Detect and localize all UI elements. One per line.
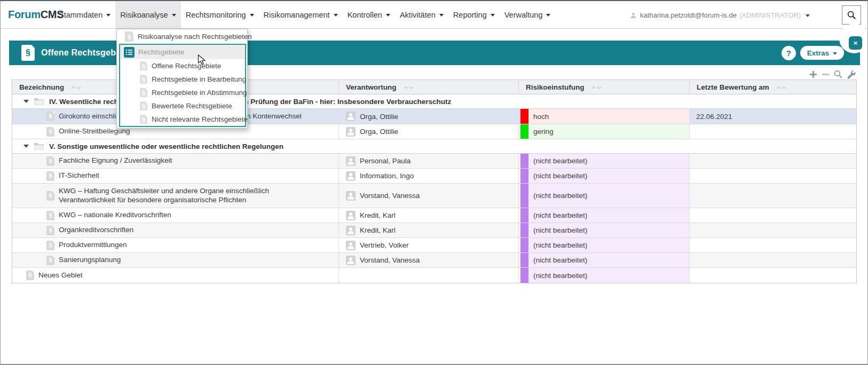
help-button[interactable]: ?	[782, 46, 796, 60]
person-icon	[346, 241, 356, 250]
app-window: ForumCMS Stammdaten Risikoanalyse Rechts…	[0, 0, 868, 365]
risk-label: (nicht bearbeitet)	[533, 172, 587, 180]
paragraph-icon	[46, 112, 54, 121]
folder-icon	[34, 97, 44, 106]
chevron-down-icon	[546, 14, 550, 17]
risikoanalyse-dropdown: Risikoanalyse nach Rechtsgebieten Rechts…	[116, 29, 248, 129]
risk-cell: (nicht bearbeitet)	[520, 223, 689, 237]
chevron-down-icon	[334, 14, 338, 17]
sort-icons[interactable]	[776, 85, 787, 90]
risk-label: gering	[533, 128, 554, 136]
mouse-cursor	[198, 54, 208, 66]
paragraph-icon	[46, 127, 54, 137]
cell-verantwortung: Personal, Paula	[360, 157, 411, 165]
person-icon	[346, 171, 356, 181]
cell-bezeichnung: Organkreditvorschriften	[59, 226, 133, 235]
risk-label: hoch	[533, 113, 549, 121]
collapse-triangle-icon[interactable]	[23, 100, 29, 103]
person-icon	[346, 191, 356, 201]
extras-button[interactable]: Extras	[800, 46, 844, 60]
sort-icons[interactable]	[591, 85, 603, 90]
menu-item-reporting[interactable]: Reporting	[448, 1, 500, 28]
risk-cell: hoch	[520, 109, 689, 124]
table-row[interactable]: Organkreditvorschriften Kredit, Karl (ni…	[12, 223, 856, 238]
paragraph-icon	[46, 171, 54, 181]
close-panel-button[interactable]: ×	[849, 36, 862, 50]
paragraph-icon	[140, 115, 147, 124]
risk-cell: gering	[520, 124, 689, 139]
table-row[interactable]: Produktvermittlungen Vertrieb, Volker (n…	[12, 238, 856, 253]
cell-verantwortung: Vorstand, Vanessa	[360, 192, 420, 200]
menubar: ForumCMS Stammdaten Risikoanalyse Rechts…	[1, 1, 867, 29]
menu-item-stammdaten[interactable]: Stammdaten	[54, 1, 115, 28]
chevron-down-icon	[386, 14, 390, 17]
group-label: V. Sonstige unwesentliche oder wesentlic…	[49, 142, 283, 150]
settings-wrench-icon[interactable]	[846, 69, 856, 79]
dropdown-item-rechtsgebiete[interactable]: Rechtsgebiete	[120, 45, 245, 59]
cell-date: 22.06.2021	[696, 113, 732, 121]
dropdown-item-risikoanalyse-nach-rechtsgebieten[interactable]: Risikoanalyse nach Rechtsgebieten	[117, 29, 247, 44]
table-row[interactable]: KWG – nationale Kreditvorschriften Kredi…	[12, 208, 856, 223]
risk-color-bar	[520, 253, 528, 267]
cell-verantwortung: Orga, Ottilie	[360, 128, 398, 136]
risk-cell: (nicht bearbeitet)	[520, 268, 689, 283]
person-icon	[346, 256, 356, 265]
paragraph-icon	[46, 256, 54, 265]
table-row[interactable]: Fachliche Eignung / Zuverlässigkeit Pers…	[12, 154, 856, 169]
cell-bezeichnung: KWG – Haftung Geschäftsleiter und andere…	[59, 187, 301, 205]
dropdown-item-bewertete-rechtsgebiete[interactable]: Bewertete Rechtsgebiete	[120, 99, 245, 113]
chevron-down-icon	[439, 14, 444, 17]
cell-bezeichnung: KWG – nationale Kreditvorschriften	[59, 211, 171, 220]
paragraph-icon	[26, 271, 34, 280]
collapse-triangle-icon[interactable]	[23, 145, 29, 148]
collapse-all-icon[interactable]	[821, 70, 830, 79]
table-group-row[interactable]: V. Sonstige unwesentliche oder wesentlic…	[12, 139, 856, 154]
expand-all-icon[interactable]	[809, 70, 818, 79]
dropdown-item-offene-rechtsgebiete[interactable]: Offene Rechtsgebiete	[120, 59, 245, 73]
risk-cell: (nicht bearbeitet)	[520, 208, 689, 223]
menu-item-kontrollen[interactable]: Kontrollen	[343, 1, 395, 28]
person-icon	[346, 156, 356, 166]
paragraph-icon	[46, 241, 54, 250]
cell-verantwortung: Vorstand, Vanessa	[360, 256, 420, 264]
risk-label: (nicht bearbeitet)	[533, 192, 587, 200]
menu-item-rechtsmonitoring[interactable]: Rechtsmonitoring	[181, 1, 259, 28]
menu-item-risikoanalyse[interactable]: Risikoanalyse	[115, 1, 180, 28]
cell-bezeichnung: IT-Sicherheit	[59, 171, 99, 180]
group-label: IV. Wesentliche rechtliche Regelungen na…	[49, 98, 451, 106]
user-menu[interactable]: katharina.petzoldt@forum-is.de (ADMINIST…	[630, 1, 810, 29]
menu-item-verwaltung[interactable]: Verwaltung	[500, 1, 556, 28]
paragraph-icon	[140, 75, 147, 84]
cell-bezeichnung: Fachliche Eignung / Zuverlässigkeit	[59, 156, 172, 165]
paragraph-icon	[46, 156, 54, 166]
dropdown-item-rechtsgebiete-in-abstimmung[interactable]: Rechtsgebiete in Abstimmung	[120, 86, 245, 99]
search-grid-icon[interactable]	[833, 69, 843, 79]
sort-icons[interactable]	[403, 85, 415, 90]
table-row[interactable]: Neues Gebiet (nicht bearbeitet)	[12, 268, 856, 283]
search-button[interactable]	[842, 5, 861, 25]
risk-color-bar	[520, 223, 528, 237]
menu-item-aktivitaeten[interactable]: Aktivitäten	[395, 1, 448, 28]
chevron-down-icon	[250, 14, 254, 17]
risk-color-bar	[520, 109, 528, 124]
table-row[interactable]: Sanierungsplanung Vorstand, Vanessa (nic…	[12, 253, 856, 268]
table-row[interactable]: IT-Sicherheit Information, Ingo (nicht b…	[12, 169, 856, 184]
user-role: (ADMINISTRATOR)	[739, 11, 801, 19]
paragraph-icon	[140, 61, 147, 70]
column-header-letzte-bewertung[interactable]: Letzte Bewertung am	[690, 80, 856, 94]
app-logo[interactable]: ForumCMS	[1, 1, 54, 28]
risk-label: (nicht bearbeitet)	[533, 211, 587, 219]
search-icon	[847, 10, 856, 20]
risk-color-bar	[520, 154, 528, 168]
grid-toolbar	[809, 69, 856, 79]
dropdown-item-rechtsgebiete-in-bearbeitung[interactable]: Rechtsgebiete in Bearbeitung	[120, 73, 245, 86]
column-header-verantwortung[interactable]: Verantwortung	[339, 80, 519, 94]
sort-icons[interactable]	[70, 85, 82, 90]
table-row[interactable]: KWG – Haftung Geschäftsleiter und andere…	[12, 184, 856, 208]
risk-cell: (nicht bearbeitet)	[520, 184, 689, 208]
column-header-risikoeinstufung[interactable]: Risikoeinstufung	[519, 80, 690, 94]
menu-item-risikomanagement[interactable]: Risikomanagement	[259, 1, 343, 28]
dropdown-item-nicht-relevante-rechtsgebiete[interactable]: Nicht relevante Rechtsgebiete	[120, 113, 245, 126]
chevron-down-icon	[106, 14, 111, 17]
paragraph-icon	[46, 191, 54, 201]
